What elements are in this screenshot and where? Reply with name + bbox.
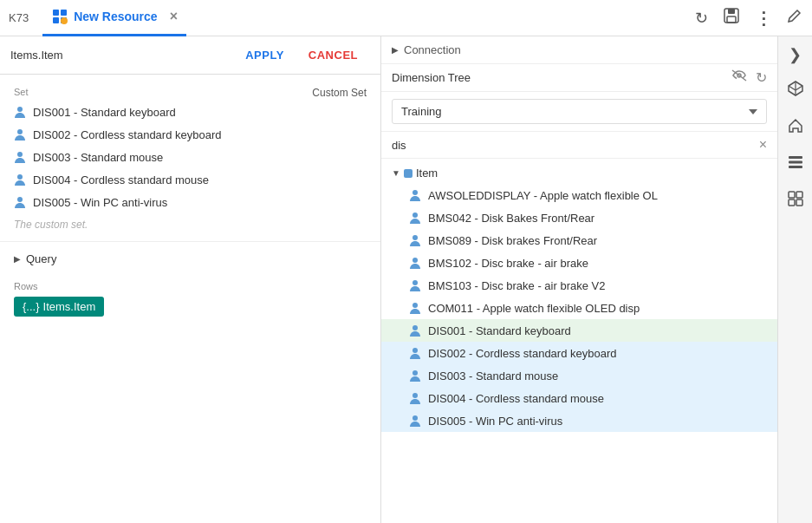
tree-person-icon bbox=[409, 414, 421, 428]
connection-bar[interactable]: ▶ Connection bbox=[381, 36, 777, 64]
tree-person-icon bbox=[409, 256, 421, 270]
tree-item-label: DIS003 - Standard mouse bbox=[428, 369, 558, 382]
top-bar: K73 New Resource × ↻ ⋮ bbox=[0, 0, 812, 36]
tree-item[interactable]: DIS003 - Standard mouse bbox=[381, 364, 777, 387]
apply-button[interactable]: APPLY bbox=[233, 45, 296, 65]
tree-item[interactable]: BMS042 - Disk Bakes Front/Rear bbox=[381, 206, 777, 229]
left-list-item[interactable]: DIS002 - Cordless standard keyboard bbox=[0, 123, 380, 146]
tree-items-list: AWSOLEDDISPLAY - Apple watch flexible OL… bbox=[381, 184, 777, 432]
left-list-item[interactable]: DIS003 - Standard mouse bbox=[0, 146, 380, 168]
left-item-label: DIS005 - Win PC anti-virus bbox=[33, 196, 167, 209]
active-tab[interactable]: New Resource × bbox=[42, 0, 186, 36]
tab-grid-icon bbox=[51, 8, 68, 25]
tree-item-label: BMS102 - Disc brake - air brake bbox=[428, 257, 588, 270]
tab-close-button[interactable]: × bbox=[170, 9, 178, 24]
left-panel: Items.Item APPLY CANCEL Set Custom Set D… bbox=[0, 36, 381, 523]
tree-item-label: BMS042 - Disk Bakes Front/Rear bbox=[428, 212, 594, 225]
top-bar-actions: ↻ ⋮ bbox=[695, 6, 803, 29]
tree-item[interactable]: DIS005 - Win PC anti-virus bbox=[381, 409, 777, 432]
app-id: K73 bbox=[9, 11, 29, 24]
rows-chip-label: Items.Item bbox=[43, 300, 96, 313]
svg-point-4 bbox=[61, 17, 68, 24]
left-list-item[interactable]: DIS005 - Win PC anti-virus bbox=[0, 191, 380, 213]
sidebar-home-icon[interactable] bbox=[787, 117, 804, 139]
edit-button[interactable] bbox=[786, 7, 803, 29]
svg-point-14 bbox=[412, 190, 418, 195]
query-header[interactable]: ▶ Query bbox=[0, 249, 380, 269]
tree-item[interactable]: DIS004 - Cordless standard mouse bbox=[381, 387, 777, 409]
tree-person-icon bbox=[409, 369, 421, 382]
person-icon bbox=[14, 195, 26, 209]
svg-point-15 bbox=[412, 212, 418, 218]
person-icon bbox=[14, 173, 26, 186]
save-button[interactable] bbox=[722, 6, 741, 29]
svg-point-24 bbox=[412, 415, 418, 421]
left-item-label: DIS004 - Cordless standard mouse bbox=[33, 173, 209, 186]
set-header: Set Custom Set bbox=[0, 83, 380, 101]
tree-item[interactable]: DIS001 - Standard keyboard bbox=[381, 319, 777, 342]
tree-item-label: BMS103 - Disc brake - air brake V2 bbox=[428, 279, 605, 292]
right-panel: ▶ Connection Dimension Tree ↻ bbox=[381, 36, 777, 523]
hide-icon[interactable] bbox=[731, 69, 747, 86]
tree-person-icon bbox=[409, 324, 421, 337]
tree-person-icon bbox=[409, 188, 421, 202]
sidebar-grid-icon[interactable] bbox=[787, 190, 804, 212]
dim-tree-refresh-icon[interactable]: ↻ bbox=[756, 69, 767, 86]
svg-point-20 bbox=[412, 325, 418, 330]
person-icon bbox=[14, 150, 26, 164]
svg-point-12 bbox=[17, 197, 23, 202]
tree-item[interactable]: COM011 - Apple watch flexible OLED disp bbox=[381, 297, 777, 319]
custom-set-label: Custom Set bbox=[312, 87, 367, 99]
more-button[interactable]: ⋮ bbox=[755, 8, 772, 29]
search-clear-button[interactable]: × bbox=[759, 137, 767, 153]
rows-chip-icon: {...} bbox=[23, 300, 40, 313]
svg-point-23 bbox=[412, 393, 418, 398]
svg-point-17 bbox=[412, 258, 418, 263]
refresh-button[interactable]: ↻ bbox=[695, 9, 708, 28]
left-list-item[interactable]: DIS001 - Standard keyboard bbox=[0, 101, 380, 123]
cancel-button[interactable]: CANCEL bbox=[296, 45, 370, 65]
rows-label: Rows bbox=[14, 281, 367, 291]
tree-item[interactable]: BMS103 - Disc brake - air brake V2 bbox=[381, 274, 777, 297]
tree-item[interactable]: BMS102 - Disc brake - air brake bbox=[381, 252, 777, 274]
main-layout: Items.Item APPLY CANCEL Set Custom Set D… bbox=[0, 36, 812, 523]
svg-rect-26 bbox=[789, 161, 802, 164]
svg-rect-25 bbox=[789, 156, 802, 159]
custom-set-placeholder: The custom set. bbox=[0, 213, 380, 241]
connection-label: Connection bbox=[404, 43, 461, 56]
query-label: Query bbox=[26, 252, 56, 265]
svg-rect-0 bbox=[53, 10, 59, 16]
tree-parent-label: Item bbox=[416, 167, 438, 180]
svg-point-9 bbox=[17, 129, 23, 134]
left-items-list: DIS001 - Standard keyboard DIS002 - Cord… bbox=[0, 101, 380, 213]
edit-icon bbox=[786, 7, 803, 24]
svg-point-18 bbox=[412, 280, 418, 285]
tree-item[interactable]: BMS089 - Disk brakes Front/Rear bbox=[381, 229, 777, 252]
left-content: Set Custom Set DIS001 - Standard keyboar… bbox=[0, 75, 380, 523]
sidebar-cube-icon[interactable] bbox=[787, 80, 804, 101]
tree-person-icon bbox=[409, 346, 421, 360]
set-label: Set bbox=[14, 87, 29, 99]
save-icon bbox=[722, 6, 741, 25]
rows-chip[interactable]: {...} Items.Item bbox=[14, 297, 104, 317]
sidebar-chevron-right-icon[interactable]: ❯ bbox=[789, 45, 802, 64]
tree-item[interactable]: DIS002 - Cordless standard keyboard bbox=[381, 342, 777, 364]
tree-item-label: DIS005 - Win PC anti-virus bbox=[428, 415, 562, 428]
tree-item-label: DIS004 - Cordless standard mouse bbox=[428, 392, 604, 405]
svg-rect-27 bbox=[789, 166, 802, 168]
svg-rect-1 bbox=[61, 10, 67, 16]
tree-person-icon bbox=[409, 391, 421, 405]
left-item-label: DIS002 - Cordless standard keyboard bbox=[33, 128, 222, 141]
search-input[interactable] bbox=[392, 139, 754, 152]
training-dropdown[interactable]: Training Production Development bbox=[392, 99, 767, 124]
svg-point-22 bbox=[412, 370, 418, 376]
left-list-item[interactable]: DIS004 - Cordless standard mouse bbox=[0, 168, 380, 191]
sidebar-list-icon[interactable] bbox=[787, 154, 804, 174]
tree-person-icon bbox=[409, 211, 421, 225]
tree-item[interactable]: AWSOLEDDISPLAY - Apple watch flexible OL bbox=[381, 184, 777, 206]
query-section: ▶ Query bbox=[0, 241, 380, 276]
person-icon bbox=[14, 127, 26, 141]
left-panel-title: Items.Item bbox=[10, 49, 233, 62]
left-item-label: DIS001 - Standard keyboard bbox=[33, 106, 176, 119]
tree-parent-item[interactable]: ▼ Item bbox=[381, 162, 777, 184]
